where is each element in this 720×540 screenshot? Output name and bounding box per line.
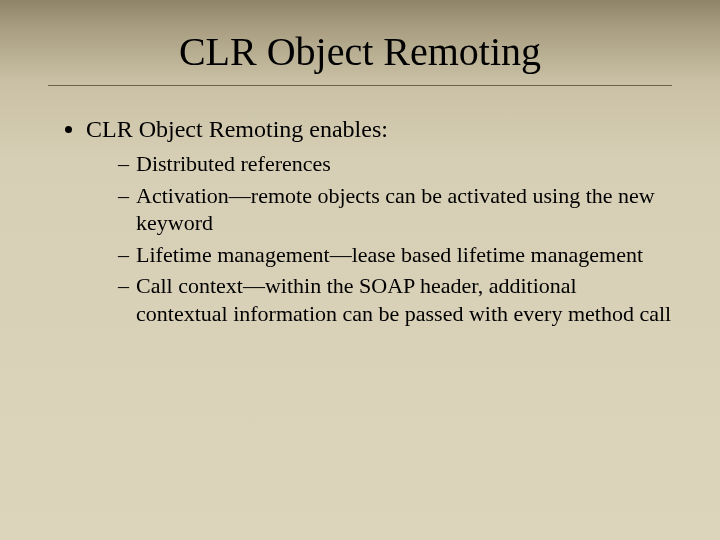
- list-item: Lifetime management—lease based lifetime…: [118, 241, 672, 269]
- list-item: Call context—within the SOAP header, add…: [118, 272, 672, 327]
- slide-container: CLR Object Remoting CLR Object Remoting …: [0, 0, 720, 540]
- bullet-text: CLR Object Remoting enables:: [86, 116, 388, 142]
- slide-title: CLR Object Remoting: [48, 28, 672, 75]
- subitem-text: Activation—remote objects can be activat…: [136, 183, 655, 236]
- subitem-text: Call context—within the SOAP header, add…: [136, 273, 671, 326]
- subitem-text: Lifetime management—lease based lifetime…: [136, 242, 643, 267]
- title-divider: [48, 85, 672, 86]
- bullet-list-level2: Distributed references Activation—remote…: [86, 150, 672, 327]
- list-item: CLR Object Remoting enables: Distributed…: [86, 114, 672, 327]
- list-item: Activation—remote objects can be activat…: [118, 182, 672, 237]
- subitem-text: Distributed references: [136, 151, 331, 176]
- list-item: Distributed references: [118, 150, 672, 178]
- slide-content: CLR Object Remoting enables: Distributed…: [48, 114, 672, 327]
- bullet-list-level1: CLR Object Remoting enables: Distributed…: [48, 114, 672, 327]
